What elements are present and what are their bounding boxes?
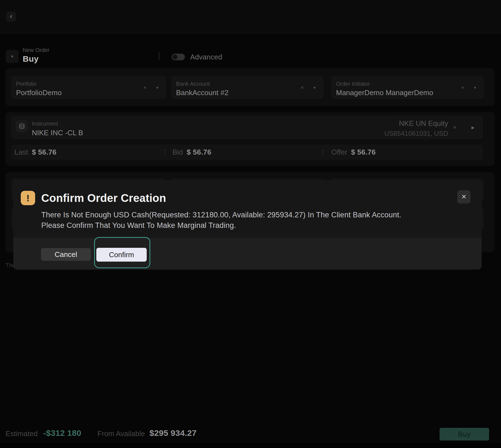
new-order-label: New Order xyxy=(23,47,50,53)
modal-message: There Is Not Enough USD Cash(Requested: … xyxy=(41,210,451,231)
warning-icon: ! xyxy=(21,191,35,205)
portfolio-select[interactable]: Portfolio PortfolioDemo ✕ ▾ xyxy=(11,76,166,99)
instrument-name: NIKE INC -CL B xyxy=(32,129,83,137)
chevron-down-icon[interactable]: ▾ xyxy=(313,85,316,90)
chevron-right-icon[interactable]: ▶ xyxy=(471,125,474,130)
modal-message-line2: Please Confirm That You Want To Make Mar… xyxy=(41,220,451,231)
exclamation-glyph: ! xyxy=(26,193,29,204)
clear-icon[interactable]: ✕ xyxy=(453,125,456,130)
chevron-down-icon: ▾ xyxy=(11,54,13,59)
order-ticket-screen: ‹ ▾ New Order Buy Advanced Portfolio Por… xyxy=(0,0,501,448)
modal-close-button[interactable]: ✕ xyxy=(457,190,471,204)
buy-button[interactable]: Buy xyxy=(440,428,489,441)
last-price: Last $ 56.76 xyxy=(14,145,56,160)
instrument-identifiers: NKE UN Equity US6541061031, USD xyxy=(384,119,448,137)
advanced-label: Advanced xyxy=(190,53,222,61)
confirm-button[interactable]: Confirm xyxy=(96,248,147,262)
chevron-down-icon[interactable]: ▾ xyxy=(474,85,476,90)
price-divider xyxy=(322,149,323,156)
offer-value: $ 56.76 xyxy=(351,148,376,157)
back-button[interactable]: ‹ xyxy=(6,12,16,22)
top-band xyxy=(0,0,501,34)
coins-icon xyxy=(16,120,28,132)
bid-value: $ 56.76 xyxy=(187,148,211,157)
from-available-label: From Available xyxy=(97,429,145,438)
toggle-knob-icon xyxy=(172,54,177,59)
cancel-button[interactable]: Cancel xyxy=(41,248,91,261)
offer-label: Offer xyxy=(331,148,347,157)
bottom-strip xyxy=(0,443,501,448)
estimated-value: -$312 180 xyxy=(43,428,81,438)
bank-account-select[interactable]: Bank Account BankAccount #2 ✕ ▾ xyxy=(171,76,323,99)
confirm-order-modal: ! Confirm Order Creation ✕ There Is Not … xyxy=(13,180,482,270)
bid-label: Bid xyxy=(172,148,183,157)
close-icon: ✕ xyxy=(461,193,466,200)
order-initiator-select[interactable]: Order Initiator ManagerDemo ManagerDemo … xyxy=(331,76,484,99)
chevron-down-icon[interactable]: ▾ xyxy=(156,85,158,90)
back-icon: ‹ xyxy=(10,12,12,20)
clear-icon[interactable]: ✕ xyxy=(461,85,464,90)
offer-price: Offer $ 56.76 xyxy=(331,145,376,160)
clear-icon[interactable]: ✕ xyxy=(143,85,147,90)
modal-message-line1: There Is Not Enough USD Cash(Requested: … xyxy=(41,210,451,220)
instrument-ticker: NKE UN Equity xyxy=(399,119,448,128)
estimated-label: Estimated xyxy=(6,429,38,438)
instrument-select[interactable]: Instrument NIKE INC -CL B NKE UN Equity … xyxy=(11,116,483,139)
header-divider xyxy=(159,53,159,60)
bid-price: Bid $ 56.76 xyxy=(172,145,211,160)
last-value: $ 56.76 xyxy=(32,148,56,157)
advanced-toggle[interactable] xyxy=(172,54,185,60)
instrument-text: Instrument NIKE INC -CL B xyxy=(32,121,83,137)
order-side-dropdown[interactable]: ▾ xyxy=(6,50,19,63)
price-info-bar: Last $ 56.76 Bid $ 56.76 Offer $ 56.76 xyxy=(11,145,483,160)
price-divider xyxy=(164,149,165,156)
instrument-label: Instrument xyxy=(32,121,83,127)
instrument-isin: US6541061031, USD xyxy=(384,130,448,137)
from-available-value: $295 934.27 xyxy=(149,428,197,438)
last-label: Last xyxy=(14,148,28,157)
clear-icon[interactable]: ✕ xyxy=(300,85,304,90)
order-header: New Order Buy xyxy=(23,47,50,64)
modal-title: Confirm Order Creation xyxy=(41,192,166,204)
order-side-value: Buy xyxy=(23,54,50,64)
